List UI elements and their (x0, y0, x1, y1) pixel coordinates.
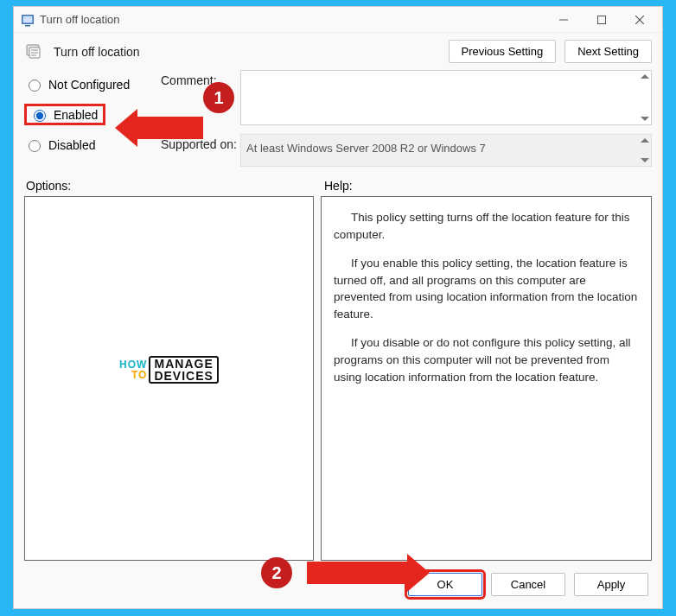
svg-rect-1 (23, 16, 33, 22)
page-title: Turn off location (54, 45, 140, 59)
maximize-button[interactable] (583, 8, 621, 32)
comment-label: Comment: (161, 70, 240, 87)
next-setting-button[interactable]: Next Setting (564, 40, 652, 63)
help-paragraph-1: This policy setting turns off the locati… (334, 209, 639, 243)
help-paragraph-3: If you disable or do not configure this … (334, 334, 639, 385)
scroll-down-icon[interactable] (641, 117, 649, 121)
scroll-up-icon[interactable] (641, 74, 649, 79)
dialog-window: Turn off location Turn off location Prev… (13, 6, 663, 609)
titlebar-title: Turn off location (40, 13, 120, 26)
radio-enabled[interactable]: Enabled (29, 107, 98, 122)
watermark-line2: DEVICES (154, 370, 213, 382)
cancel-button[interactable]: Cancel (491, 573, 565, 596)
radio-not-configured[interactable]: Not Configured (24, 77, 154, 92)
watermark-logo: HOW TO MANAGE DEVICES (119, 356, 219, 384)
radio-disabled[interactable]: Disabled (24, 137, 154, 152)
comment-input[interactable] (240, 70, 652, 125)
previous-setting-button[interactable]: Previous Setting (449, 40, 557, 63)
titlebar: Turn off location (14, 7, 662, 33)
watermark-to: TO (119, 370, 147, 380)
scroll-up-icon[interactable] (641, 138, 649, 143)
ok-button[interactable]: OK (408, 573, 482, 596)
dialog-button-row: OK Cancel Apply (14, 561, 662, 608)
supported-label: Supported on: (161, 134, 240, 151)
policy-icon (21, 13, 35, 27)
radio-enabled-label: Enabled (54, 108, 98, 122)
header-row: Turn off location Previous Setting Next … (14, 33, 662, 67)
supported-on-text: At least Windows Server 2008 R2 or Windo… (246, 142, 486, 155)
radio-not-configured-label: Not Configured (48, 78, 130, 92)
help-label: Help: (324, 179, 650, 193)
svg-rect-4 (598, 16, 606, 23)
radio-not-configured-input[interactable] (29, 79, 41, 92)
minimize-button[interactable] (545, 8, 583, 32)
radio-disabled-label: Disabled (48, 138, 95, 152)
close-button[interactable] (621, 8, 659, 32)
svg-rect-2 (25, 25, 30, 27)
options-panel: HOW TO MANAGE DEVICES (24, 196, 314, 561)
supported-on-box: At least Windows Server 2008 R2 or Windo… (240, 134, 652, 167)
watermark-line1: MANAGE (154, 358, 213, 370)
options-label: Options: (26, 179, 324, 193)
policy-header-icon (24, 41, 45, 62)
radio-disabled-input[interactable] (29, 140, 41, 152)
apply-button[interactable]: Apply (574, 573, 648, 596)
help-panel: This policy setting turns off the locati… (321, 196, 652, 561)
state-panel: Not Configured Enabled Disabled Comment:… (14, 67, 662, 174)
radio-enabled-input[interactable] (34, 110, 46, 122)
scroll-down-icon[interactable] (641, 158, 649, 162)
help-paragraph-2: If you enable this policy setting, the l… (334, 255, 639, 322)
